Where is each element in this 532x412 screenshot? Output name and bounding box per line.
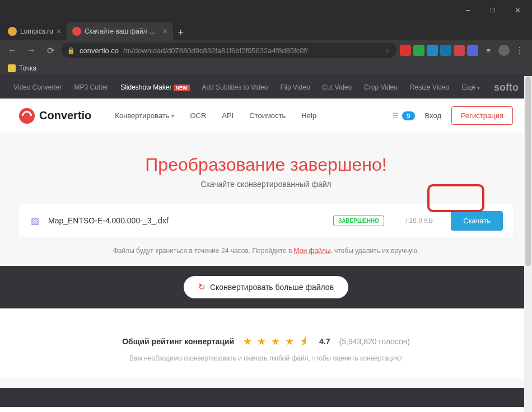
rating-value: 4.7 — [319, 337, 330, 346]
ext-icon[interactable] — [467, 45, 478, 56]
window-titlebar: ─ ☐ ✕ — [0, 0, 532, 20]
logo-text: Convertio — [39, 109, 91, 122]
layers-icon: ☰ — [392, 111, 399, 120]
rating-row: Общий рейтинг конвертаций ★ ★ ★ ★ ⯨ 4.7 … — [0, 335, 532, 348]
toolbar-link[interactable]: Cut Video — [323, 83, 352, 91]
new-tab-button[interactable]: + — [173, 25, 189, 40]
download-button[interactable]: Скачать — [451, 211, 503, 231]
menu-icon[interactable]: ⋮ — [512, 43, 528, 58]
rating-label: Общий рейтинг конвертаций — [122, 337, 234, 346]
nav-help[interactable]: Help — [301, 111, 316, 120]
favicon — [8, 27, 17, 36]
maximize-button[interactable]: ☐ — [480, 0, 505, 20]
my-files-link[interactable]: Мои файлы — [294, 247, 331, 255]
bookmark-favicon — [8, 64, 16, 72]
ext-icon[interactable] — [413, 45, 424, 56]
toolbar-link[interactable]: Add Subtitles to Video — [202, 83, 268, 91]
nav-convert[interactable]: Конвертировать ▾ — [115, 111, 174, 120]
reading-list-icon[interactable]: ≡ — [480, 43, 496, 58]
site-logo[interactable]: Convertio — [19, 108, 91, 124]
storage-note: Файлы будут храниться в течение 24 часов… — [0, 247, 532, 255]
file-size: / 16.9 KB — [405, 217, 433, 224]
main-nav: Convertio Конвертировать ▾ OCR API Стоим… — [0, 99, 532, 133]
bookmark-item[interactable]: Точка — [19, 64, 36, 72]
profile-avatar[interactable] — [498, 45, 510, 56]
close-tab-icon[interactable]: × — [163, 27, 167, 36]
rating-section: Общий рейтинг конвертаций ★ ★ ★ ★ ⯨ 4.7 … — [0, 308, 532, 378]
toolbar-link[interactable]: Resize Video — [410, 83, 450, 91]
tab-strip: Lumpics.ru × Скачайте ваш файл — Convert… — [0, 20, 532, 40]
nav-ocr[interactable]: OCR — [190, 111, 206, 120]
footer — [0, 388, 532, 407]
rating-note: Вам необходимо сконвертировать и скачать… — [0, 354, 532, 362]
convert-more-button[interactable]: ↻ Сконвертировать больше файлов — [184, 276, 348, 298]
credits-badge: 9 — [402, 111, 414, 120]
logo-icon — [19, 108, 35, 124]
toolbar-link[interactable]: MP3 Cutter — [74, 83, 109, 91]
close-tab-icon[interactable]: × — [57, 27, 61, 36]
toolbar-link[interactable]: Flip Video — [280, 83, 310, 91]
nav-right: ☰ 9 Вход Регистрация — [392, 106, 513, 125]
ext-icon[interactable] — [454, 45, 465, 56]
ext-icon[interactable] — [400, 45, 411, 56]
image-file-icon: ▨ — [29, 215, 40, 226]
page-subhead: Скачайте сконвертированный файл — [0, 180, 532, 189]
reload-icon: ↻ — [198, 282, 206, 292]
nav-pricing[interactable]: Стоимость — [249, 111, 286, 120]
star-icon[interactable]: ☆ — [384, 46, 391, 55]
credits[interactable]: ☰ 9 — [392, 111, 414, 120]
register-button[interactable]: Регистрация — [451, 106, 513, 125]
scrollbar[interactable] — [524, 76, 532, 412]
forward-button[interactable]: → — [24, 43, 39, 58]
softo-toolbar: Video Converter MP3 Cutter Slideshow Mak… — [0, 76, 532, 99]
scroll-thumb[interactable] — [525, 76, 531, 266]
softo-logo: softo — [494, 82, 519, 93]
address-bar: ← → ⟳ 🔒 convertio.co/ru/download/d07880d… — [0, 40, 532, 60]
toolbar-more[interactable]: Ещё ▾ — [461, 83, 480, 91]
back-button[interactable]: ← — [4, 43, 20, 58]
tab-title: Lumpics.ru — [20, 27, 53, 35]
ext-icon[interactable] — [427, 45, 438, 56]
chevron-down-icon: ▾ — [171, 113, 174, 119]
toolbar-link[interactable]: Video Converter — [13, 83, 62, 91]
url-host: convertio.co — [80, 46, 119, 55]
browser-tab-active[interactable]: Скачайте ваш файл — Convertio × — [67, 22, 173, 40]
lock-icon: 🔒 — [67, 47, 75, 54]
minimize-button[interactable]: ─ — [456, 0, 480, 20]
page-headline: Преобразование завершено! — [0, 154, 532, 175]
status-badge: ЗАВЕРШЕННО — [333, 216, 384, 226]
file-row: ▨ Map_ENTSO-E-4.000.000-_3_.dxf ЗАВЕРШЕН… — [19, 204, 513, 237]
url-path: /ru/download/d07880d9c832fa81f6bf2f05632… — [123, 46, 308, 55]
extensions: ≡ ⋮ — [400, 43, 528, 58]
favicon — [72, 27, 81, 36]
nav-api[interactable]: API — [222, 111, 234, 120]
new-badge: NEW — [174, 85, 190, 91]
rating-count: (5,943,820 голосов) — [339, 337, 410, 346]
close-window-button[interactable]: ✕ — [505, 0, 530, 20]
browser-tab[interactable]: Lumpics.ru × — [2, 22, 67, 40]
file-name: Map_ENTSO-E-4.000.000-_3_.dxf — [48, 216, 325, 225]
ext-icon[interactable] — [440, 45, 451, 56]
login-link[interactable]: Вход — [425, 111, 441, 120]
bookmarks-bar: Точка — [0, 60, 532, 76]
convert-more-strip: ↻ Сконвертировать больше файлов — [0, 266, 532, 308]
nav-items: Конвертировать ▾ OCR API Стоимость Help — [115, 111, 316, 120]
url-input[interactable]: 🔒 convertio.co/ru/download/d07880d9c832f… — [62, 43, 396, 58]
tab-title: Скачайте ваш файл — Convertio — [85, 27, 160, 35]
toolbar-link[interactable]: Slideshow MakerNEW — [120, 83, 189, 91]
reload-button[interactable]: ⟳ — [43, 43, 58, 58]
toolbar-link[interactable]: Crop Video — [364, 83, 398, 91]
rating-stars[interactable]: ★ ★ ★ ★ ⯨ — [243, 335, 310, 348]
page-content: Преобразование завершено! Скачайте сконв… — [0, 133, 532, 407]
